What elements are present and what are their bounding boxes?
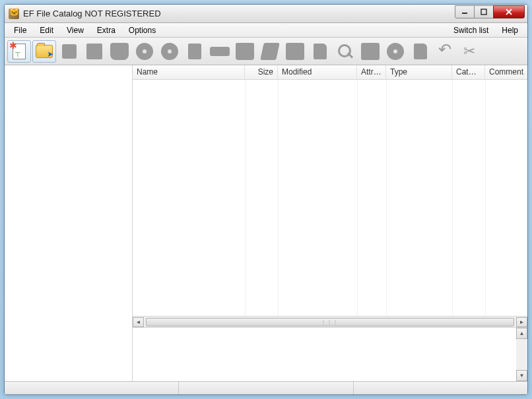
menu-view[interactable]: View bbox=[60, 24, 90, 36]
tb-button-8[interactable] bbox=[183, 40, 207, 63]
generic-icon bbox=[62, 44, 77, 59]
tb-disc-button[interactable] bbox=[133, 40, 156, 63]
tb-button-7[interactable] bbox=[158, 40, 182, 63]
tb-button-4[interactable] bbox=[83, 40, 106, 63]
titlebar[interactable]: EF File Catalog NOT REGISTERED bbox=[5, 5, 527, 23]
list-body[interactable] bbox=[133, 80, 527, 316]
tb-new-catalog-button[interactable] bbox=[7, 40, 31, 63]
hscrollbar[interactable]: ◄ ⋮⋮⋮ ► bbox=[133, 316, 527, 327]
list-panel: Name Size Modified Attri… Type Cate… Com… bbox=[133, 65, 527, 327]
tb-undo-button[interactable] bbox=[434, 40, 457, 63]
col-size[interactable]: Size bbox=[245, 65, 278, 79]
folder-open-icon bbox=[36, 45, 53, 58]
col-comment[interactable]: Comment bbox=[485, 65, 527, 79]
app-icon bbox=[9, 9, 19, 19]
generic-icon bbox=[286, 43, 304, 60]
minimize-icon bbox=[461, 9, 468, 15]
generic-icon bbox=[361, 43, 380, 60]
minimize-button[interactable] bbox=[455, 5, 475, 18]
vscrollbar[interactable]: ▲ ▼ bbox=[516, 328, 527, 381]
menu-switch-list[interactable]: Switch list bbox=[447, 24, 495, 36]
status-cell-2 bbox=[179, 382, 353, 394]
page-icon bbox=[414, 44, 427, 59]
hscroll-thumb[interactable]: ⋮⋮⋮ bbox=[146, 318, 514, 326]
tb-button-13[interactable] bbox=[308, 40, 332, 63]
menu-help[interactable]: Help bbox=[495, 24, 525, 36]
scroll-down-button[interactable]: ▼ bbox=[516, 370, 527, 381]
col-attributes[interactable]: Attri… bbox=[357, 65, 386, 79]
tb-search-button[interactable] bbox=[333, 40, 357, 63]
tb-button-9[interactable] bbox=[208, 40, 232, 63]
col-divider bbox=[485, 80, 486, 316]
col-modified[interactable]: Modified bbox=[278, 65, 357, 79]
col-divider bbox=[452, 80, 453, 316]
tb-button-11[interactable] bbox=[258, 40, 282, 63]
undo-icon bbox=[437, 43, 454, 60]
tb-button-3[interactable] bbox=[57, 40, 81, 63]
col-type[interactable]: Type bbox=[386, 65, 452, 79]
scissors-icon bbox=[462, 43, 479, 60]
right-panel: Name Size Modified Attri… Type Cate… Com… bbox=[133, 65, 527, 381]
col-divider bbox=[245, 80, 246, 316]
status-cell-1 bbox=[5, 382, 179, 394]
search-icon bbox=[337, 43, 354, 60]
preview-panel: ▲ ▼ bbox=[133, 327, 527, 381]
col-divider bbox=[357, 80, 358, 316]
circle-icon bbox=[387, 43, 404, 60]
svg-rect-0 bbox=[462, 13, 467, 14]
tb-button-17[interactable] bbox=[409, 40, 432, 63]
col-name[interactable]: Name bbox=[133, 65, 245, 79]
menu-edit[interactable]: Edit bbox=[33, 24, 60, 36]
window-controls bbox=[455, 5, 525, 18]
circle-icon bbox=[161, 43, 178, 60]
vscroll-track[interactable] bbox=[516, 339, 527, 370]
new-document-icon bbox=[13, 44, 26, 59]
tb-button-16[interactable] bbox=[383, 40, 407, 63]
scroll-left-button[interactable]: ◄ bbox=[133, 317, 144, 327]
maximize-button[interactable] bbox=[474, 5, 494, 18]
list-header: Name Size Modified Attri… Type Cate… Com… bbox=[133, 65, 527, 80]
statusbar bbox=[5, 381, 527, 394]
content-area: Name Size Modified Attri… Type Cate… Com… bbox=[5, 65, 527, 381]
window-title: EF File Catalog NOT REGISTERED bbox=[23, 9, 455, 18]
folder-icon bbox=[236, 43, 254, 60]
status-cell-3 bbox=[354, 382, 527, 394]
menu-extra[interactable]: Extra bbox=[90, 24, 122, 36]
tb-button-12[interactable] bbox=[283, 40, 307, 63]
maximize-icon bbox=[481, 9, 487, 15]
hscroll-track[interactable]: ⋮⋮⋮ bbox=[145, 317, 515, 327]
app-window: EF File Catalog NOT REGISTERED File Edit… bbox=[4, 4, 528, 395]
generic-icon bbox=[86, 44, 102, 59]
svg-rect-1 bbox=[481, 9, 486, 15]
tb-open-folder-button[interactable] bbox=[32, 40, 56, 63]
col-category[interactable]: Cate… bbox=[452, 65, 485, 79]
disc-icon bbox=[136, 43, 153, 60]
tag-icon bbox=[260, 43, 280, 60]
close-icon bbox=[505, 9, 513, 15]
preview-body[interactable] bbox=[133, 328, 516, 381]
col-divider bbox=[278, 80, 279, 316]
tb-cut-button[interactable] bbox=[459, 40, 482, 63]
tb-button-15[interactable] bbox=[358, 40, 382, 63]
menubar: File Edit View Extra Options Switch list… bbox=[5, 23, 527, 38]
col-divider bbox=[386, 80, 387, 316]
generic-icon bbox=[188, 44, 201, 59]
toolbar bbox=[5, 38, 527, 65]
scroll-right-button[interactable]: ► bbox=[516, 317, 527, 327]
close-button[interactable] bbox=[493, 5, 525, 18]
scroll-up-button[interactable]: ▲ bbox=[516, 328, 527, 339]
generic-icon bbox=[210, 47, 230, 56]
menu-options[interactable]: Options bbox=[122, 24, 162, 36]
page-icon bbox=[314, 44, 327, 59]
tree-panel[interactable] bbox=[5, 65, 133, 381]
tb-button-5[interactable] bbox=[108, 40, 131, 63]
generic-icon bbox=[110, 43, 129, 60]
tb-button-10[interactable] bbox=[233, 40, 257, 63]
menu-file[interactable]: File bbox=[7, 24, 33, 36]
